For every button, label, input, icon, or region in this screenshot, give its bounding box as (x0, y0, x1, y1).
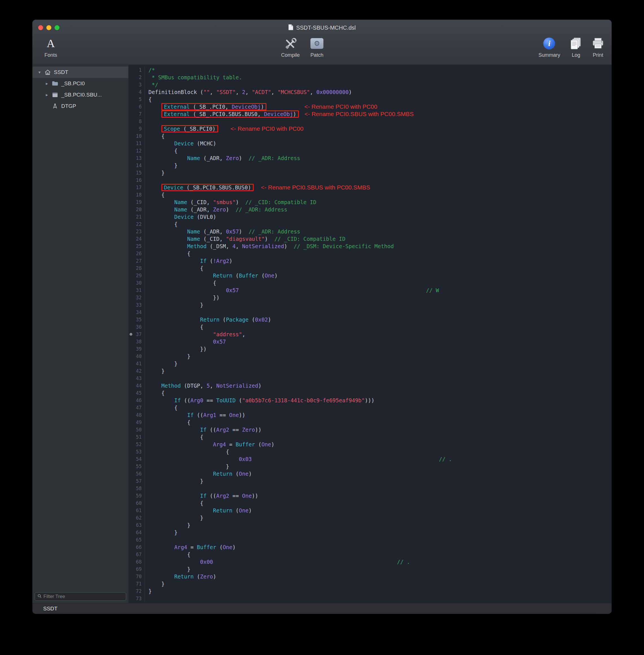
code-line[interactable]: 68 0x00 // . (129, 558, 612, 565)
zoom-button[interactable] (54, 25, 60, 30)
code-line[interactable]: 31 0x57 // W (129, 287, 612, 294)
print-button[interactable]: Print (592, 36, 604, 58)
code-line[interactable]: 38 0x57 (129, 338, 612, 345)
code-line[interactable]: 55 } (129, 463, 612, 470)
minimize-button[interactable] (46, 25, 51, 30)
code-line[interactable]: 9 Scope (_SB.PCI0)<- Rename PCI0 with PC… (129, 125, 612, 132)
code-line[interactable]: 43 (129, 375, 612, 382)
code-line[interactable]: 67 { (129, 551, 612, 558)
code-line[interactable]: 53 { (129, 448, 612, 455)
code-line[interactable]: 6 External (_SB_.PCI0, DeviceObj)<- Rena… (129, 103, 612, 110)
code-line[interactable]: 64 } (129, 529, 612, 536)
code-line[interactable]: 58 (129, 485, 612, 492)
code-line[interactable]: 7 External (_SB_.PCI0.SBUS.BUS0, DeviceO… (129, 110, 612, 118)
disclosure-triangle[interactable]: ▾ (36, 70, 43, 75)
disclosure-triangle[interactable]: ▸ (43, 92, 50, 97)
code-line[interactable]: 20 Name (_ADR, Zero) // _ADR: Address (129, 206, 612, 213)
code-line[interactable]: 11 Device (MCHC) (129, 140, 612, 147)
code-line[interactable]: 5{ (129, 96, 612, 103)
code-line[interactable]: 65 (129, 536, 612, 543)
code-line[interactable]: 62 } (129, 514, 612, 521)
compile-button[interactable]: Compile (281, 36, 300, 58)
code-line[interactable]: 59 If ((Arg2 == One)) (129, 492, 612, 499)
code-line[interactable]: 16 (129, 177, 612, 184)
code-line[interactable]: 21 Device (DVL0) (129, 213, 612, 221)
code-line[interactable]: 28 { (129, 265, 612, 272)
code-line[interactable]: 71 } (129, 580, 612, 588)
code-line[interactable]: 29 Return (Buffer (One) (129, 272, 612, 279)
disclosure-triangle[interactable]: ▸ (43, 81, 50, 86)
code-line[interactable]: 2 * SMBus compatibility table. (129, 74, 612, 81)
code-line[interactable]: 51 { (129, 433, 612, 441)
line-number: 25 (129, 243, 142, 250)
code-line[interactable]: 19 Name (_CID, "smbus") // _CID: Compati… (129, 199, 612, 206)
code-line[interactable]: 63 } (129, 521, 612, 529)
code-segment: "" (203, 89, 210, 95)
close-button[interactable] (38, 25, 43, 30)
code-line[interactable]: 60 { (129, 499, 612, 507)
code-segment: (_SB_.PCI0, (190, 104, 232, 110)
code-line[interactable]: 17 Device (_SB.PCI0.SBUS.BUS0)<- Rename … (129, 184, 612, 191)
code-line[interactable]: 26 { (129, 250, 612, 257)
code-line[interactable]: 47 { (129, 404, 612, 411)
code-line[interactable]: 57 } (129, 477, 612, 485)
code-line[interactable]: 36 { (129, 323, 612, 331)
code-line[interactable]: 14 } (129, 162, 612, 169)
code-line[interactable]: 56 Return (One) (129, 470, 612, 477)
fonts-button[interactable]: A Fonts (40, 36, 62, 58)
code-line[interactable]: 46 If ((Arg0 == ToUUID ("a0b5b7c6-1318-4… (129, 397, 612, 404)
title-bar[interactable]: SSDT-SBUS-MCHC.dsl (32, 20, 612, 36)
code-line[interactable]: 44 Method (DTGP, 5, NotSerialized) (129, 382, 612, 389)
sidebar-item-ssdt[interactable]: ▾SSDT (32, 67, 129, 78)
code-line[interactable]: 32 }) (129, 294, 612, 301)
code-line[interactable]: 3 */ (129, 81, 612, 88)
code-line[interactable]: 8 (129, 118, 612, 125)
code-line[interactable]: 13 Name (_ADR, Zero) // _ADR: Address (129, 154, 612, 162)
code-line[interactable]: 4DefinitionBlock ("", "SSDT", 2, "ACDT",… (129, 88, 612, 96)
sidebar-item-sb-pci0-sbu[interactable]: ▸_SB.PCI0.SBU... (32, 89, 129, 100)
code-line[interactable]: 52 Arg4 = Buffer (One) (129, 441, 612, 448)
code-line[interactable]: 73 (129, 595, 612, 602)
code-line[interactable]: 41 } (129, 360, 612, 367)
code-line[interactable]: 40 } (129, 353, 612, 360)
log-button[interactable]: Log (570, 36, 582, 58)
code-editor[interactable]: 1/*2 * SMBus compatibility table.3 */4De… (129, 65, 612, 603)
code-line[interactable]: 50 If ((Arg2 == Zero)) (129, 426, 612, 433)
code-segment: NotSerialized (216, 383, 258, 389)
code-line[interactable]: 35 Return (Package (0x02) (129, 316, 612, 323)
code-segment: (_CID, (200, 236, 226, 242)
code-segment: ToUUID (216, 397, 236, 403)
code-line[interactable]: 69 } (129, 565, 612, 573)
sidebar-item-sb-pci0[interactable]: ▸_SB.PCI0 (32, 78, 129, 89)
code-line[interactable]: 12 { (129, 147, 612, 154)
code-line[interactable]: 34 (129, 309, 612, 316)
code-line[interactable]: 25 Method (_DSM, 4, NotSerialized) // _D… (129, 243, 612, 250)
filter-field[interactable] (35, 592, 126, 601)
code-line[interactable]: 70 Return (Zero) (129, 573, 612, 580)
code-line[interactable]: 18 { (129, 191, 612, 199)
code-line[interactable]: 24 Name (_CID, "diagsvault") // _CID: Co… (129, 235, 612, 243)
patch-button[interactable]: ⚙ Patch (310, 36, 323, 58)
code-line[interactable]: 42 } (129, 367, 612, 375)
code-line[interactable]: 45 { (129, 389, 612, 397)
code-line[interactable]: 66 Arg4 = Buffer (One) (129, 543, 612, 551)
code-line[interactable]: 54 0x03 // . (129, 455, 612, 463)
code-line[interactable]: 39 }) (129, 345, 612, 353)
code-line[interactable]: 30 { (129, 279, 612, 287)
code-line[interactable]: 10 { (129, 132, 612, 140)
code-line[interactable]: 22 { (129, 221, 612, 228)
filter-input[interactable] (43, 594, 123, 600)
code-line[interactable]: 48 If ((Arg1 == One)) (129, 411, 612, 419)
code-line[interactable]: 49 { (129, 419, 612, 426)
code-line[interactable]: 33 } (129, 301, 612, 309)
sidebar-item-dtgp[interactable]: DTGP (32, 100, 129, 112)
code-segment: Return (175, 573, 194, 580)
summary-button[interactable]: i Summary (538, 36, 560, 58)
code-line[interactable]: 27 If (!Arg2) (129, 257, 612, 265)
code-line[interactable]: 61 Return (One) (129, 507, 612, 514)
code-line[interactable]: 72} (129, 588, 612, 595)
code-line[interactable]: 15 } (129, 169, 612, 177)
code-line[interactable]: 1/* (129, 66, 612, 74)
code-line[interactable]: 37 "address", (129, 331, 612, 338)
code-line[interactable]: 23 Name (_ADR, 0x57) // _ADR: Address (129, 228, 612, 235)
